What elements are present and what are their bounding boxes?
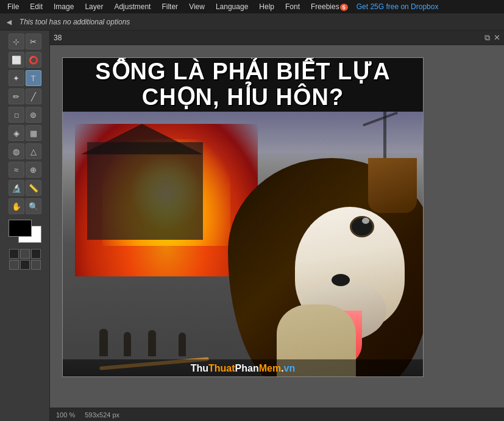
pattern-cell-2[interactable] (20, 249, 30, 259)
tool-row-6: ◈ ▦ (9, 125, 41, 141)
canvas-viewport[interactable]: SỐNG LÀ PHẢI BIẾT LỰA CHỌN, HỈU HÔN? (50, 45, 504, 408)
pattern-cell-6[interactable] (31, 260, 41, 270)
meme-top-bar: SỐNG LÀ PHẢI BIẾT LỰA CHỌN, HỈU HÔN? (63, 58, 423, 112)
person-1 (99, 329, 108, 359)
dodge-tool[interactable]: △ (26, 143, 41, 159)
tool-row-10: ✋ 🔍 (9, 198, 41, 214)
status-bar: 100 % 593x524 px (50, 408, 504, 421)
dog-figure (216, 158, 423, 377)
blur-tool[interactable]: ◍ (9, 143, 24, 159)
menu-image[interactable]: Image (49, 1, 79, 12)
person-2 (124, 332, 131, 359)
toolbar-back-arrow[interactable]: ◄ (5, 17, 13, 27)
menu-adjustment[interactable]: Adjustment (109, 1, 155, 12)
stamp-tool[interactable]: ⊚ (26, 107, 41, 123)
building-roof (81, 124, 203, 154)
tool-row-1: ⊹ ✂ (9, 34, 41, 49)
watermark-phan: Phan (235, 363, 259, 373)
canvas-tab-bar: 38 ⧉ ✕ (50, 31, 504, 45)
pattern-cell-3[interactable] (31, 249, 41, 259)
watermark-bar: ThuThuatPhanMem.vn (63, 359, 423, 377)
canvas-tab-controls: ⧉ ✕ (484, 33, 500, 43)
freebies-count-badge: 5 (340, 4, 348, 11)
pattern-cell-1[interactable] (9, 249, 19, 259)
color-swatch[interactable] (9, 220, 41, 243)
zoom-level: 100 % (56, 411, 75, 419)
heal-tool[interactable]: ⊕ (26, 162, 41, 178)
eyedropper-tool[interactable]: 🔬 (9, 180, 24, 196)
person-4 (179, 333, 186, 359)
menu-layer[interactable]: Layer (80, 1, 108, 12)
tool-row-8: ≈ ⊕ (9, 162, 41, 178)
menu-freebies[interactable]: Freebies5 (306, 1, 353, 12)
menu-font[interactable]: Font (280, 1, 305, 12)
paintbucket-tool[interactable]: ◈ (9, 125, 24, 141)
select-rect-tool[interactable]: ⬜ (9, 52, 24, 68)
dog-ear (368, 158, 417, 213)
magic-wand-tool[interactable]: ✦ (9, 70, 24, 86)
watermark-text: ThuThuatPhanMem.vn (191, 363, 296, 374)
canvas-area: 38 ⧉ ✕ SỐNG LÀ PHẢI BIẾT LỰA CHỌN, HỈU H… (50, 31, 504, 421)
watermark-mem: Mem (259, 363, 281, 373)
image-dimensions: 593x524 px (85, 411, 119, 419)
crop-tool[interactable]: ✂ (26, 34, 41, 49)
gradient-tool[interactable]: ▦ (26, 125, 41, 141)
canvas-tab-title: 38 (54, 34, 62, 42)
zoom-tool[interactable]: 🔍 (26, 198, 41, 214)
menu-view[interactable]: View (184, 1, 210, 12)
crane-arm (363, 112, 398, 126)
tool-row-7: ◍ △ (9, 143, 41, 159)
tool-panel: ⊹ ✂ ⬜ ⭕ ✦ T ✏ ╱ ◻ ⊚ ◈ ▦ ◍ △ ≈ ⊕ (0, 31, 50, 421)
pattern-cell-4[interactable] (9, 260, 19, 270)
menu-file[interactable]: File (2, 1, 24, 12)
smudge-tool[interactable]: ≈ (9, 162, 24, 178)
menu-edit[interactable]: Edit (25, 1, 48, 12)
canvas-maximize-button[interactable]: ⧉ (484, 33, 490, 43)
toolbar-info-text: This tool has no additional options (20, 18, 130, 26)
eraser-tool[interactable]: ◻ (9, 107, 24, 123)
tool-row-5: ◻ ⊚ (9, 107, 41, 123)
measure-tool[interactable]: 📏 (26, 180, 41, 196)
tool-row-9: 🔬 📏 (9, 180, 41, 196)
tool-row-4: ✏ ╱ (9, 88, 41, 104)
canvas-close-button[interactable]: ✕ (494, 33, 500, 43)
text-tool[interactable]: T (26, 70, 41, 86)
pattern-grid (9, 249, 41, 270)
select-lasso-tool[interactable]: ⭕ (26, 52, 41, 68)
tool-row-2: ⬜ ⭕ (9, 52, 41, 68)
meme-top-text: SỐNG LÀ PHẢI BIẾT LỰA CHỌN, HỈU HÔN? (63, 59, 423, 110)
move-tool[interactable]: ⊹ (9, 34, 24, 49)
dropbox-promo-link[interactable]: Get 25G free on Dropbox (357, 2, 439, 11)
meme-canvas: SỐNG LÀ PHẢI BIẾT LỰA CHỌN, HỈU HÔN? (62, 57, 424, 377)
watermark-vn: vn (284, 363, 296, 373)
menu-bar: File Edit Image Layer Adjustment Filter … (0, 0, 504, 13)
pencil-tool[interactable]: ✏ (9, 88, 24, 104)
tool-row-3: ✦ T (9, 70, 41, 86)
menu-help[interactable]: Help (254, 1, 279, 12)
watermark-thu: Thu (191, 363, 208, 373)
dog-nose (332, 274, 350, 286)
person-3 (148, 330, 156, 359)
line-tool[interactable]: ╱ (26, 88, 41, 104)
menu-language[interactable]: Language (211, 1, 253, 12)
options-toolbar: ◄ This tool has no additional options (0, 13, 504, 31)
foreground-color[interactable] (9, 220, 32, 237)
hand-tool[interactable]: ✋ (9, 198, 24, 214)
meme-photo-area: ThuThuatPhanMem.vn (63, 112, 423, 377)
dog-eye-shine (362, 218, 369, 224)
watermark-thuat: Thuat (208, 363, 235, 373)
building-silhouette (87, 142, 203, 240)
main-area: ⊹ ✂ ⬜ ⭕ ✦ T ✏ ╱ ◻ ⊚ ◈ ▦ ◍ △ ≈ ⊕ (0, 31, 504, 421)
menu-filter[interactable]: Filter (157, 1, 183, 12)
scene-background: ThuThuatPhanMem.vn (63, 112, 423, 377)
pattern-cell-5[interactable] (20, 260, 30, 270)
